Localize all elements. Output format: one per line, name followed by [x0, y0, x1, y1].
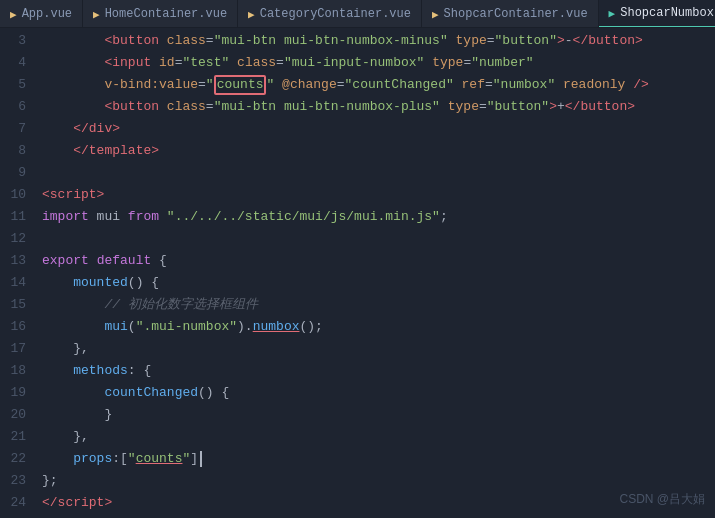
tab-shopcar-container[interactable]: ▶ ShopcarContainer.vue	[422, 0, 599, 28]
tab-icon-category: ▶	[248, 8, 255, 21]
editor-window: ▶ App.vue ▶ HomeContainer.vue ▶ Category…	[0, 0, 715, 518]
code-line-11: import mui from "../../../static/mui/js/…	[42, 206, 715, 228]
tab-label-category: CategoryContainer.vue	[260, 7, 411, 21]
line-num-14: 14	[0, 272, 26, 294]
code-area: 3 4 5 6 7 8 9 10 11 12 13 14 15 16 17 18…	[0, 28, 715, 518]
watermark: CSDN @吕大娟	[619, 491, 705, 508]
tab-label-shopcar: ShopcarContainer.vue	[444, 7, 588, 21]
code-line-3: <button class="mui-btn mui-btn-numbox-mi…	[42, 30, 715, 52]
line-num-23: 23	[0, 470, 26, 492]
tab-icon-home: ▶	[93, 8, 100, 21]
code-line-12	[42, 228, 715, 250]
code-line-14: mounted() {	[42, 272, 715, 294]
tab-bar: ▶ App.vue ▶ HomeContainer.vue ▶ Category…	[0, 0, 715, 28]
code-line-9	[42, 162, 715, 184]
counts-props: counts	[136, 448, 183, 470]
line-num-13: 13	[0, 250, 26, 272]
tab-label-numbox: ShopcarNumbox.vue	[620, 6, 715, 20]
line-num-20: 20	[0, 404, 26, 426]
code-line-8: </template>	[42, 140, 715, 162]
line-num-15: 15	[0, 294, 26, 316]
code-line-19: countChanged() {	[42, 382, 715, 404]
line-num-10: 10	[0, 184, 26, 206]
code-line-10: <script>	[42, 184, 715, 206]
line-num-21: 21	[0, 426, 26, 448]
line-num-18: 18	[0, 360, 26, 382]
line-num-17: 17	[0, 338, 26, 360]
code-line-13: export default {	[42, 250, 715, 272]
code-line-22: props:["counts"]	[42, 448, 715, 470]
line-num-16: 16	[0, 316, 26, 338]
tab-label-app: App.vue	[22, 7, 72, 21]
code-line-20: }	[42, 404, 715, 426]
tab-category-container[interactable]: ▶ CategoryContainer.vue	[238, 0, 422, 28]
code-line-5: v-bind:value="counts" @change="countChan…	[42, 74, 715, 96]
line-num-11: 11	[0, 206, 26, 228]
code-line-6: <button class="mui-btn mui-btn-numbox-pl…	[42, 96, 715, 118]
line-num-24: 24	[0, 492, 26, 514]
code-line-15: // 初始化数字选择框组件	[42, 294, 715, 316]
tab-home-container[interactable]: ▶ HomeContainer.vue	[83, 0, 238, 28]
line-num-7: 7	[0, 118, 26, 140]
code-line-17: },	[42, 338, 715, 360]
code-line-23: };	[42, 470, 715, 492]
code-line-18: methods: {	[42, 360, 715, 382]
code-line-7: </div>	[42, 118, 715, 140]
tab-label-home: HomeContainer.vue	[105, 7, 227, 21]
code-line-21: },	[42, 426, 715, 448]
line-num-5: 5	[0, 74, 26, 96]
code-line-16: mui(".mui-numbox").numbox();	[42, 316, 715, 338]
tab-icon-numbox: ▶	[609, 7, 616, 20]
line-num-3: 3	[0, 30, 26, 52]
line-num-9: 9	[0, 162, 26, 184]
line-numbers: 3 4 5 6 7 8 9 10 11 12 13 14 15 16 17 18…	[0, 28, 36, 518]
code-content[interactable]: <button class="mui-btn mui-btn-numbox-mi…	[36, 28, 715, 518]
line-num-6: 6	[0, 96, 26, 118]
line-num-19: 19	[0, 382, 26, 404]
line-num-22: 22	[0, 448, 26, 470]
text-cursor	[200, 451, 202, 467]
code-line-24: </script>	[42, 492, 715, 514]
counts-highlight: counts	[217, 77, 264, 92]
line-num-4: 4	[0, 52, 26, 74]
line-num-12: 12	[0, 228, 26, 250]
line-num-8: 8	[0, 140, 26, 162]
tab-icon-shopcar: ▶	[432, 8, 439, 21]
tab-app-vue[interactable]: ▶ App.vue	[0, 0, 83, 28]
tab-shopcar-numbox[interactable]: ▶ ShopcarNumbox.vue	[599, 0, 715, 28]
tab-icon-app: ▶	[10, 8, 17, 21]
code-line-4: <input id="test" class="mui-input-numbox…	[42, 52, 715, 74]
